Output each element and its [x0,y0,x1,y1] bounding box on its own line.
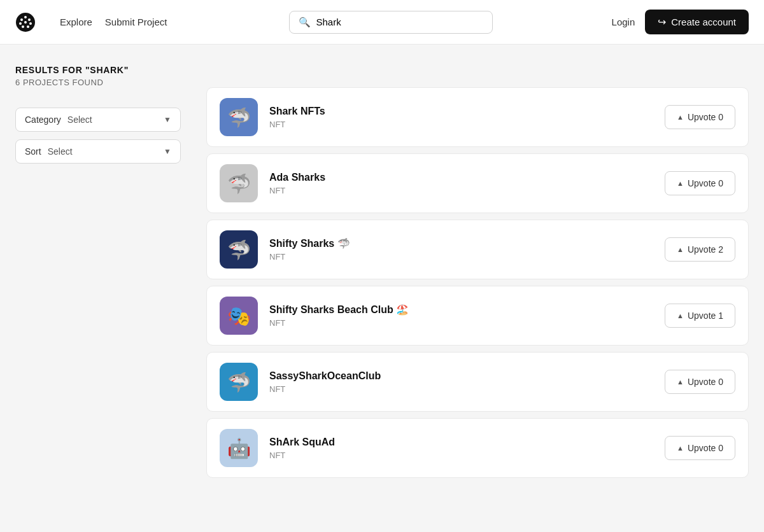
project-name: Shifty Sharks Beach Club 🏖️ [269,304,653,316]
sort-label: Sort [25,146,41,157]
nav: Explore Submit Project [56,14,171,30]
upvote-button[interactable]: ▲ Upvote 0 [665,436,735,460]
project-category: NFT [269,186,653,195]
project-card[interactable]: 🦈 SassySharkOceanClub NFT ▲ Upvote 0 [206,352,749,412]
project-name: ShArk SquAd [269,437,653,448]
results-header: RESULTS FOR "SHARK" 6 PROJECTS FOUND [15,65,749,87]
project-card[interactable]: 🦈 Ada Sharks NFT ▲ Upvote 0 [206,153,749,213]
login-button[interactable]: Login [612,17,635,27]
category-label: Category [25,115,61,125]
svg-point-4 [19,22,22,25]
project-thumbnail: 🎭 [220,297,258,335]
sort-filter: Sort Select Default Most Upvoted Newest … [15,139,181,164]
svg-point-5 [29,22,32,25]
upvote-arrow-icon: ▲ [677,246,684,253]
upvote-button[interactable]: ▲ Upvote 1 [665,304,735,328]
results-count: 6 PROJECTS FOUND [15,78,749,87]
project-info: Shifty Sharks Beach Club 🏖️ NFT [269,304,653,328]
category-filter: Category Select All NFT DeFi GameFi DAO … [15,108,181,132]
upvote-arrow-icon: ▲ [677,113,684,121]
search-icon: 🔍 [299,17,311,28]
project-category: NFT [269,120,653,129]
header-actions: Login ↪ Create account [612,10,749,34]
project-name: Ada Sharks [269,172,653,183]
project-thumbnail: 🦈 [220,230,258,269]
project-info: Shifty Sharks 🦈 NFT [269,237,653,262]
svg-point-1 [24,16,27,18]
nav-submit-project[interactable]: Submit Project [101,14,171,30]
project-category: NFT [269,451,653,460]
upvote-arrow-icon: ▲ [677,179,684,187]
project-card[interactable]: 🦈 Shark NFTs NFT ▲ Upvote 0 [206,87,749,147]
nav-explore[interactable]: Explore [56,14,96,30]
svg-point-8 [24,21,27,24]
main-content: RESULTS FOR "SHARK" 6 PROJECTS FOUND Cat… [0,45,764,503]
create-account-icon: ↪ [658,16,666,28]
upvote-arrow-icon: ▲ [677,378,684,386]
upvote-label: Upvote 0 [688,443,723,453]
svg-point-2 [20,18,23,21]
logo-icon [15,12,36,32]
project-category: NFT [269,318,653,328]
svg-point-7 [27,25,29,28]
upvote-arrow-icon: ▲ [677,444,684,452]
search-box: 🔍 [289,11,493,34]
project-info: ShArk SquAd NFT [269,437,653,460]
project-thumbnail: 🦈 [220,363,258,401]
logo[interactable] [15,12,36,32]
project-thumbnail: 🦈 [220,98,258,136]
upvote-label: Upvote 0 [688,377,723,387]
svg-point-3 [28,18,31,21]
content-layout: Category Select All NFT DeFi GameFi DAO … [15,87,749,483]
projects-list: 🦈 Shark NFTs NFT ▲ Upvote 0 🦈 Ada Sharks… [206,87,749,483]
upvote-label: Upvote 2 [688,244,723,255]
search-input[interactable] [316,17,483,27]
project-card[interactable]: 🤖 ShArk SquAd NFT ▲ Upvote 0 [206,418,749,478]
project-card[interactable]: 🦈 Shifty Sharks 🦈 NFT ▲ Upvote 2 [206,220,749,279]
sort-select[interactable]: Select Default Most Upvoted Newest Oldes… [48,146,157,157]
upvote-label: Upvote 0 [688,112,723,122]
category-select[interactable]: Select All NFT DeFi GameFi DAO Other [67,115,157,125]
upvote-button[interactable]: ▲ Upvote 0 [665,171,735,195]
project-thumbnail: 🦈 [220,164,258,202]
create-account-label: Create account [671,17,736,27]
upvote-button[interactable]: ▲ Upvote 2 [665,237,735,262]
project-thumbnail: 🤖 [220,429,258,467]
sidebar: Category Select All NFT DeFi GameFi DAO … [15,87,181,483]
project-info: Shark NFTs NFT [269,106,653,129]
header: Explore Submit Project 🔍 Login ↪ Create … [0,0,764,45]
results-heading: RESULTS FOR "SHARK" [15,65,749,75]
sort-chevron-icon: ▼ [164,147,171,156]
project-card[interactable]: 🎭 Shifty Sharks Beach Club 🏖️ NFT ▲ Upvo… [206,286,749,346]
upvote-button[interactable]: ▲ Upvote 0 [665,370,735,394]
search-area: 🔍 [186,11,596,34]
project-name: SassySharkOceanClub [269,370,653,382]
create-account-button[interactable]: ↪ Create account [645,10,749,34]
filters: Category Select All NFT DeFi GameFi DAO … [15,108,181,164]
category-chevron-icon: ▼ [164,115,171,124]
project-name: Shark NFTs [269,106,653,117]
upvote-label: Upvote 1 [688,311,723,321]
svg-point-6 [22,25,24,28]
project-info: Ada Sharks NFT [269,172,653,195]
project-category: NFT [269,252,653,262]
project-name: Shifty Sharks 🦈 [269,237,653,249]
project-category: NFT [269,384,653,394]
upvote-arrow-icon: ▲ [677,312,684,319]
upvote-label: Upvote 0 [688,178,723,188]
upvote-button[interactable]: ▲ Upvote 0 [665,105,735,129]
project-info: SassySharkOceanClub NFT [269,370,653,394]
